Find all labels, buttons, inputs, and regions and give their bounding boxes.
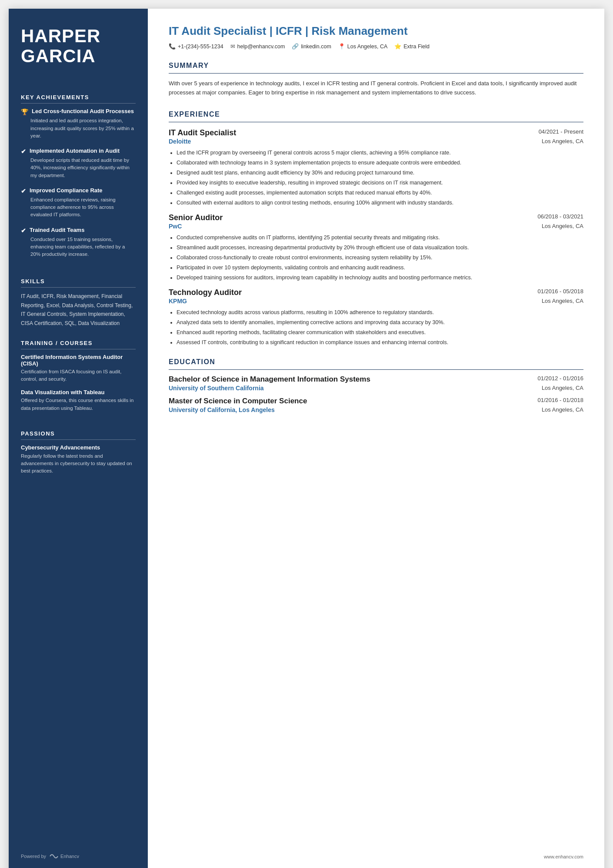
contact-linkedin: 🔗 linkedin.com [292,43,331,50]
bullet: Provided key insights to executive leade… [177,178,583,187]
location-icon: 📍 [338,43,345,50]
achievement-item: ✔ Trained Audit Teams Conducted over 15 … [21,227,136,258]
passion-title-1: Cybersecurity Advancements [21,444,136,451]
check-icon: ✔ [21,227,26,234]
email-text: help@enhancv.com [237,44,285,50]
candidate-name: HARPERGARCIA [21,26,136,66]
edu-degree-1: Bachelor of Science in Management Inform… [169,375,370,384]
job-item: IT Audit Specialist 04/2021 - Present De… [169,128,583,207]
edu-school-1: University of Southern California [169,385,264,392]
course-item: Certified Information Systems Auditor (C… [21,354,136,383]
email-icon: ✉ [230,43,235,50]
achievement-desc-4: Conducted over 15 training sessions, enh… [21,236,136,258]
main-header: IT Audit Specialist | ICFR | Risk Manage… [169,24,583,52]
course-title-2: Data Visualization with Tableau [21,389,136,395]
contact-phone: 📞 +1-(234)-555-1234 [169,43,223,50]
bullet: Developed training sessions for auditors… [177,273,583,282]
website-url: www.enhancv.com [544,854,583,859]
achievement-item: ✔ Improved Compliance Rate Enhanced comp… [21,187,136,219]
main-footer: www.enhancv.com [169,841,583,859]
job-title-2: Senior Auditor [169,213,223,222]
job-title-1: IT Audit Specialist [169,128,236,137]
experience-heading: EXPERIENCE [169,111,583,118]
skills-list: IT Audit, ICFR, Risk Management, Financi… [21,292,136,328]
bullet: Designed audit test plans, enhancing aud… [177,168,583,177]
job-company-3: KPMG [169,298,187,305]
job-location-3: Los Angeles, CA [542,298,583,304]
job-company-1: Deloitte [169,138,191,145]
phone-icon: 📞 [169,43,176,50]
check-icon: ✔ [21,188,26,194]
bullet: Streamlined audit processes, increasing … [177,243,583,252]
job-bullets-1: Led the ICFR program by overseeing IT ge… [169,148,583,207]
passions-heading: PASSIONS [21,430,136,440]
linkedin-text: linkedin.com [301,44,331,50]
education-divider [169,369,583,370]
job-date-2: 06/2018 - 03/2021 [537,213,583,220]
edu-location-2: Los Angeles, CA [542,406,583,413]
education-section: EDUCATION Bachelor of Science in Managem… [169,349,583,413]
bullet: Challenged existing audit processes, imp… [177,188,583,197]
achievement-item: 🏆 Led Cross-functional Audit Processes I… [21,108,136,140]
sidebar-footer: Powered by Enhancv [21,840,136,859]
enhancv-brand: Enhancv [60,854,79,859]
bullet: Collaborated cross-functionally to creat… [177,253,583,262]
bullet: Assessed IT controls, contributing to a … [177,338,583,347]
summary-section: SUMMARY With over 5 years of experience … [169,52,583,101]
experience-divider [169,122,583,122]
summary-text: With over 5 years of experience in techn… [169,79,583,97]
powered-by-label: Powered by [21,854,46,859]
extra-text: Extra Field [403,44,430,50]
contact-row: 📞 +1-(234)-555-1234 ✉ help@enhancv.com 🔗… [169,43,583,50]
bullet: Participated in over 10 system deploymen… [177,263,583,272]
edu-school-2: University of California, Los Angeles [169,406,275,413]
achievement-desc-2: Developed scripts that reduced audit tim… [21,157,136,179]
linkedin-icon: 🔗 [292,43,299,50]
trophy-icon: 🏆 [21,108,28,115]
job-item: Technology Auditor 01/2016 - 05/2018 KPM… [169,288,583,347]
achievement-title-2: Implemented Automation in Audit [30,147,120,154]
phone-text: +1-(234)-555-1234 [178,44,223,50]
check-icon: ✔ [21,148,26,155]
achievement-item: ✔ Implemented Automation in Audit Develo… [21,147,136,179]
passion-desc-1: Regularly follow the latest trends and a… [21,452,136,475]
location-text: Los Angeles, CA [347,44,387,50]
education-item: Master of Science in Computer Science 01… [169,397,583,413]
job-bullets-3: Executed technology audits across variou… [169,308,583,347]
achievement-desc-1: Initiated and led audit process integrat… [21,117,136,140]
achievement-title-4: Trained Audit Teams [30,227,84,233]
job-title: IT Audit Specialist | ICFR | Risk Manage… [169,24,583,38]
edu-date-1: 01/2012 - 01/2016 [537,375,583,382]
edu-location-1: Los Angeles, CA [542,385,583,392]
course-desc-1: Certification from ISACA focusing on IS … [21,368,136,383]
achievement-title-3: Improved Compliance Rate [30,187,103,194]
job-bullets-2: Conducted comprehensive audits on IT pla… [169,233,583,282]
job-title-3: Technology Auditor [169,288,242,297]
bullet: Enhanced audit reporting methods, facili… [177,328,583,337]
sidebar: HARPERGARCIA KEY ACHIEVEMENTS 🏆 Led Cros… [9,9,148,868]
job-date-1: 04/2021 - Present [539,128,583,135]
bullet: Executed technology audits across variou… [177,308,583,317]
achievements-heading: KEY ACHIEVEMENTS [21,94,136,104]
resume-container: HARPERGARCIA KEY ACHIEVEMENTS 🏆 Led Cros… [9,9,604,868]
skills-heading: SKILLS [21,278,136,288]
job-location-2: Los Angeles, CA [542,223,583,229]
bullet: Analyzed data sets to identify anomalies… [177,318,583,327]
bullet: Conducted comprehensive audits on IT pla… [177,233,583,242]
training-heading: TRAINING / COURSES [21,340,136,349]
edu-date-2: 01/2016 - 01/2018 [537,397,583,403]
achievement-desc-3: Enhanced compliance reviews, raising com… [21,196,136,219]
summary-divider [169,73,583,74]
experience-section: EXPERIENCE IT Audit Specialist 04/2021 -… [169,101,583,349]
contact-location: 📍 Los Angeles, CA [338,43,387,50]
edu-degree-2: Master of Science in Computer Science [169,397,307,406]
education-item: Bachelor of Science in Management Inform… [169,375,583,392]
enhancv-logo: Enhancv [50,853,79,859]
main-content: IT Audit Specialist | ICFR | Risk Manage… [148,9,604,868]
bullet: Led the ICFR program by overseeing IT ge… [177,148,583,157]
job-location-1: Los Angeles, CA [542,138,583,144]
contact-email: ✉ help@enhancv.com [230,43,285,50]
achievement-title-1: Led Cross-functional Audit Processes [32,108,134,114]
contact-extra: ⭐ Extra Field [394,43,430,50]
course-desc-2: Offered by Coursera, this course enhance… [21,397,136,412]
